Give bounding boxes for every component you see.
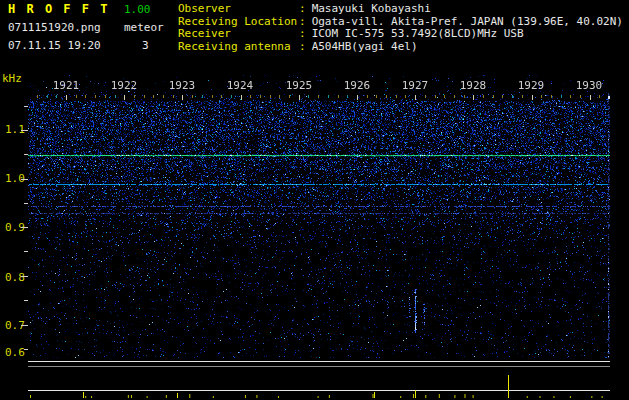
freq-axis-unit: kHz — [2, 72, 22, 85]
info-value: ICOM IC-575 53.7492(8LCD)MHz USB — [312, 28, 524, 41]
time-label: 1923 — [169, 79, 196, 92]
app-title: H R O F F T — [8, 2, 109, 16]
info-row-receiver: Receiver:ICOM IC-575 53.7492(8LCD)MHz US… — [178, 28, 623, 41]
info-colon: : — [299, 28, 306, 41]
info-row-antenna: Receiving antenna:A504HB(yagi 4el) — [178, 41, 623, 54]
datetime-label: 07.11.15 19:20 — [8, 39, 101, 52]
info-colon: : — [299, 41, 306, 54]
time-label: 1921 — [53, 79, 80, 92]
freq-major-tick — [21, 325, 28, 326]
signal-meter-strip — [28, 360, 610, 398]
info-colon: : — [299, 3, 306, 16]
freq-major-tick — [21, 179, 28, 180]
output-filename: 0711151920.png — [8, 21, 101, 34]
station-info: Observer:Masayuki Kobayashi Receiving Lo… — [178, 3, 623, 53]
time-label: 1924 — [227, 79, 254, 92]
spectrogram-panel: 1921 1922 1923 1924 1925 1926 1927 1928 … — [28, 75, 610, 358]
time-label: 1926 — [344, 79, 371, 92]
time-label: 1925 — [286, 79, 313, 92]
info-label: Receiving antenna — [178, 41, 299, 54]
time-label: 1929 — [518, 79, 545, 92]
freq-tick-label: 0.8 — [5, 271, 25, 284]
time-label: 1927 — [402, 79, 429, 92]
meter-canvas — [28, 360, 610, 398]
app-version: 1.00 — [124, 3, 151, 16]
time-label: 1922 — [111, 79, 138, 92]
info-label: Receiver — [178, 28, 299, 41]
info-label: Observer — [178, 3, 299, 16]
info-value: A504HB(yagi 4el) — [312, 41, 418, 54]
freq-tick-label: 0.6 — [5, 346, 25, 359]
meteor-count: 3 — [142, 39, 149, 52]
info-value: Masayuki Kobayashi — [312, 3, 431, 16]
time-label: 1928 — [460, 79, 487, 92]
freq-major-tick — [21, 276, 28, 277]
info-row-observer: Observer:Masayuki Kobayashi — [178, 3, 623, 16]
spectrogram-canvas — [28, 75, 610, 358]
time-label: 1930 — [576, 79, 603, 92]
freq-major-tick — [21, 130, 28, 131]
freq-major-tick — [21, 227, 28, 228]
mode-label: meteor — [124, 21, 164, 34]
hrofft-screen: H R O F F T 1.00 0711151920.png meteor 0… — [0, 0, 629, 400]
